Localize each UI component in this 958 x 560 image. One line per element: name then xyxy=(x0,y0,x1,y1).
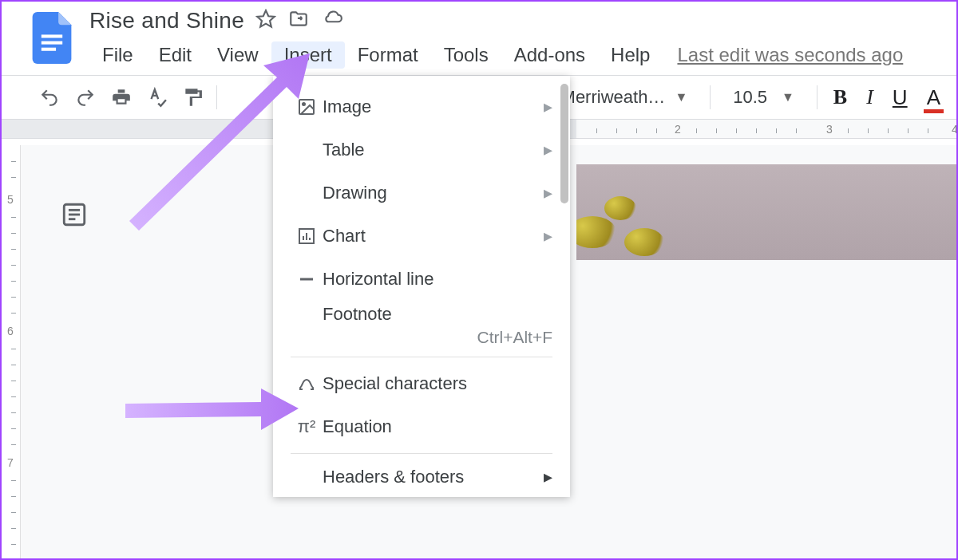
keyboard-shortcut: Ctrl+Alt+F xyxy=(323,328,552,347)
menu-item-label: Table xyxy=(323,140,544,160)
menu-item-footnote[interactable]: Footnote Ctrl+Alt+F xyxy=(273,301,570,352)
menu-item-horizontal-line[interactable]: Horizontal line xyxy=(273,258,570,301)
font-size-dropdown[interactable]: 10.5▼ xyxy=(718,87,809,108)
ruler-mark: 3 xyxy=(826,123,833,136)
redo-icon[interactable] xyxy=(69,81,102,113)
menu-item-special-characters[interactable]: Special characters xyxy=(273,362,570,405)
font-family-label: Merriweath… xyxy=(561,87,666,108)
menu-divider xyxy=(291,453,552,454)
cloud-status-icon[interactable] xyxy=(321,9,345,33)
undo-icon[interactable] xyxy=(34,81,66,113)
menu-item-label: Horizontal line xyxy=(323,269,552,290)
horizontal-line-icon xyxy=(291,270,323,289)
document-outline-icon[interactable] xyxy=(61,201,88,231)
menu-help[interactable]: Help xyxy=(598,41,663,69)
svg-rect-0 xyxy=(42,34,62,37)
chevron-down-icon: ▼ xyxy=(782,90,794,105)
menu-item-chart[interactable]: Chart ▸ xyxy=(273,215,570,258)
menu-item-table[interactable]: Table ▸ xyxy=(273,128,570,172)
toolbar-separator xyxy=(710,85,711,109)
menu-item-label: Drawing xyxy=(323,183,544,203)
title-row: Rise and Shine xyxy=(89,8,956,34)
svg-rect-2 xyxy=(42,48,56,51)
menu-item-label: Chart xyxy=(323,226,544,246)
menu-divider xyxy=(291,357,552,357)
annotation-arrow-bottom xyxy=(121,385,301,434)
svg-rect-1 xyxy=(42,41,62,45)
font-family-dropdown[interactable]: Merriweath…▼ xyxy=(561,87,703,108)
font-size-value: 10.5 xyxy=(733,87,767,108)
bold-button[interactable]: B xyxy=(825,85,855,109)
toolbar-separator xyxy=(817,85,817,109)
submenu-arrow-icon: ▸ xyxy=(544,467,552,487)
menu-item-label: Headers & footers xyxy=(323,467,464,487)
menu-item-label: Image xyxy=(323,97,544,117)
google-docs-logo-icon[interactable] xyxy=(32,12,72,64)
document-image[interactable] xyxy=(576,164,958,260)
submenu-arrow-icon: ▸ xyxy=(544,183,552,203)
ruler-mark: 2 xyxy=(675,123,681,136)
menu-tools[interactable]: Tools xyxy=(431,41,501,69)
text-color-button[interactable]: A xyxy=(919,85,948,110)
ruler-mark: 7 xyxy=(7,456,14,469)
move-folder-icon[interactable] xyxy=(287,9,310,33)
submenu-arrow-icon: ▸ xyxy=(544,226,552,246)
ruler-mark: 5 xyxy=(7,193,14,206)
dropdown-scrollbar[interactable] xyxy=(560,84,568,203)
menu-addons[interactable]: Add-ons xyxy=(501,41,598,69)
annotation-arrow-top xyxy=(121,49,313,233)
menu-item-equation[interactable]: π² Equation xyxy=(273,405,570,448)
insert-dropdown-menu: Image ▸ Table ▸ Drawing ▸ Chart ▸ Horizo… xyxy=(273,76,570,497)
menu-item-label: Footnote xyxy=(323,304,552,325)
underline-button[interactable]: U xyxy=(885,85,916,110)
menu-item-image[interactable]: Image ▸ xyxy=(273,85,570,128)
vertical-ruler[interactable]: 5 6 7 xyxy=(2,145,21,558)
menu-item-headers-footers[interactable]: Headers & footers ▸ xyxy=(273,459,570,487)
menu-item-drawing[interactable]: Drawing ▸ xyxy=(273,172,570,215)
submenu-arrow-icon: ▸ xyxy=(544,140,552,160)
menu-item-label: Special characters xyxy=(323,373,552,394)
italic-button[interactable]: I xyxy=(858,85,881,109)
star-icon[interactable] xyxy=(255,9,276,33)
submenu-arrow-icon: ▸ xyxy=(544,97,552,117)
document-title[interactable]: Rise and Shine xyxy=(89,8,244,34)
menu-format[interactable]: Format xyxy=(345,41,431,69)
ruler-mark: 4 xyxy=(952,123,958,136)
chevron-down-icon: ▼ xyxy=(675,90,687,105)
last-edit-link[interactable]: Last edit was seconds ago xyxy=(677,44,903,66)
menu-item-label: Equation xyxy=(323,416,552,437)
ruler-mark: 6 xyxy=(7,325,14,337)
